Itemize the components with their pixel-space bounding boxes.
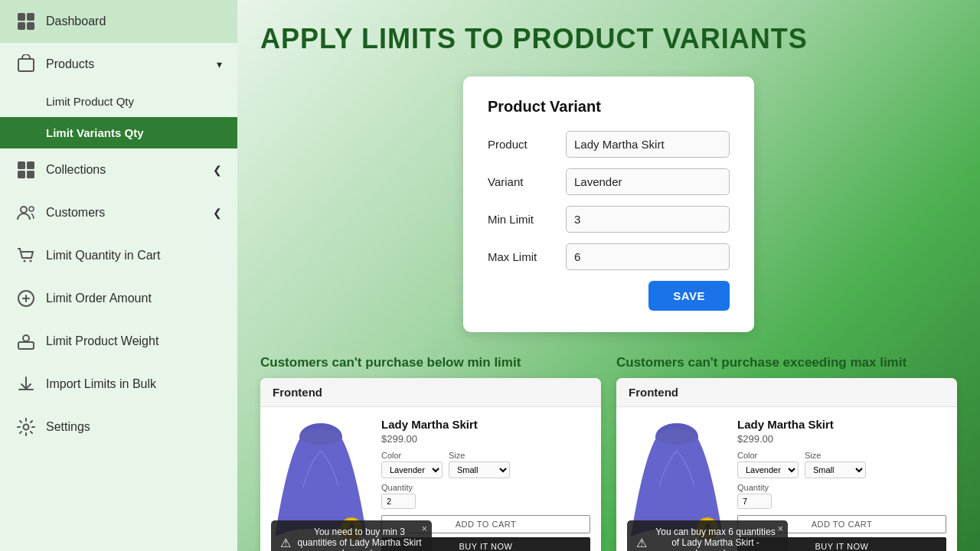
max-size-select[interactable]: Small — [805, 461, 866, 478]
variant-form-row: Variant — [488, 168, 730, 195]
svg-point-20 — [655, 429, 698, 445]
sidebar-item-customers[interactable]: Customers ❮ — [0, 191, 237, 234]
sidebar-item-limit-order-amount[interactable]: Limit Order Amount — [0, 277, 237, 320]
max-toast-message: ⚠ You can buy max 6 quantities of Lady M… — [627, 520, 788, 551]
sidebar-item-collections[interactable]: Collections ❮ — [0, 148, 237, 191]
sidebar-item-limit-product-weight-label: Limit Product Weight — [46, 334, 222, 348]
svg-rect-3 — [27, 22, 34, 30]
min-color-label: Color — [381, 451, 443, 460]
products-chevron: ▾ — [217, 58, 222, 70]
min-product-price: $299.00 — [381, 433, 590, 445]
max-limit-demo-title: Customers can't purchase exceeding max l… — [616, 355, 957, 370]
sidebar-item-settings[interactable]: Settings — [0, 406, 237, 448]
product-label: Product — [488, 138, 557, 151]
sidebar-item-limit-product-weight[interactable]: Limit Product Weight — [0, 320, 237, 363]
sidebar-item-limit-quantity-cart-label: Limit Quantity in Cart — [46, 249, 222, 262]
card-heading: Product Variant — [488, 98, 730, 116]
max-qty-input[interactable] — [737, 494, 772, 509]
svg-rect-1 — [27, 13, 34, 21]
min-limit-input[interactable] — [566, 206, 730, 233]
max-toast-close[interactable]: × — [777, 523, 783, 534]
min-qty-label: Quantity — [381, 483, 590, 492]
min-size-select[interactable]: Small — [449, 461, 510, 478]
save-button[interactable]: SAVE — [648, 281, 730, 311]
min-toast-warn-icon: ⚠ — [280, 536, 291, 550]
min-qty-input[interactable] — [381, 494, 416, 509]
max-toast-warn-icon: ⚠ — [636, 536, 647, 550]
svg-point-10 — [29, 207, 34, 211]
sidebar-item-limit-order-amount-label: Limit Order Amount — [46, 292, 222, 305]
svg-point-9 — [21, 207, 27, 213]
svg-point-18 — [299, 429, 342, 445]
svg-point-11 — [24, 260, 26, 262]
max-size-label: Size — [805, 451, 866, 460]
sidebar-item-customers-label: Customers — [46, 206, 204, 220]
max-selects-row: Color Lavender Size Small — [737, 451, 946, 478]
svg-rect-0 — [18, 13, 25, 21]
dashboard-icon — [15, 11, 37, 32]
sidebar-item-collections-label: Collections — [46, 163, 204, 177]
max-color-label: Color — [737, 451, 799, 460]
sidebar-item-dashboard-label: Dashboard — [46, 15, 222, 28]
sidebar-sub-limit-product-qty[interactable]: Limit Product Qty — [0, 86, 237, 117]
min-color-select[interactable]: Lavender — [381, 461, 443, 478]
svg-point-12 — [30, 260, 32, 262]
min-limit-demo-title: Customers can't purchase below min limit — [260, 355, 601, 370]
max-limit-demo-col: Customers can't purchase exceeding max l… — [616, 355, 957, 551]
sidebar-item-dashboard[interactable]: Dashboard — [0, 0, 237, 43]
sidebar-item-import-limits-bulk[interactable]: Import Limits in Bulk — [0, 363, 237, 406]
min-limit-frontend-body: ⚠ Lady Martha Skirt $299.00 Color Lavend… — [260, 407, 601, 551]
min-product-name: Lady Martha Skirt — [381, 418, 590, 431]
collections-icon — [15, 159, 37, 181]
customers-icon — [15, 202, 37, 223]
sidebar-item-products[interactable]: Products ▾ — [0, 43, 237, 86]
min-limit-frontend-card: Frontend ⚠ Lady Martha Skirt — [260, 378, 601, 551]
collections-chevron: ❮ — [213, 164, 222, 176]
product-variant-card: Product Variant Product Variant Min Limi… — [463, 77, 754, 332]
min-limit-frontend-header: Frontend — [260, 378, 601, 407]
main-content: APPLY LIMITS TO PRODUCT VARIANTS Product… — [237, 0, 980, 551]
svg-rect-15 — [18, 342, 34, 349]
sidebar-item-import-limits-bulk-label: Import Limits in Bulk — [46, 377, 222, 391]
max-limit-frontend-body: ⚠ Lady Martha Skirt $299.00 Color Lavend… — [616, 407, 957, 551]
sidebar: Dashboard Products ▾ Limit Product Qty L… — [0, 0, 237, 551]
svg-point-14 — [23, 335, 29, 341]
sidebar-sub-limit-variants-qty[interactable]: Limit Variants Qty — [0, 117, 237, 148]
order-icon — [15, 288, 37, 309]
max-limit-input[interactable] — [566, 243, 730, 270]
min-toast-message: ⚠ You need to buy min 3 quantities of La… — [271, 520, 432, 551]
max-toast-text: You can buy max 6 quantities of Lady Mar… — [652, 527, 779, 551]
max-limit-frontend-header: Frontend — [616, 378, 957, 407]
max-qty-label: Quantity — [737, 483, 946, 492]
import-icon — [15, 373, 37, 395]
page-title: APPLY LIMITS TO PRODUCT VARIANTS — [260, 23, 957, 55]
svg-rect-2 — [18, 22, 25, 30]
demo-section: Customers can't purchase below min limit… — [260, 355, 957, 551]
variant-label: Variant — [488, 175, 557, 188]
max-limit-frontend-card: Frontend ⚠ Lady Martha Skirt — [616, 378, 957, 551]
svg-rect-7 — [18, 171, 25, 178]
customers-chevron: ❮ — [213, 207, 222, 219]
min-limit-demo-col: Customers can't purchase below min limit… — [260, 355, 601, 551]
min-toast-close[interactable]: × — [421, 523, 427, 534]
product-form-row: Product — [488, 131, 730, 158]
svg-rect-8 — [27, 171, 34, 178]
product-input[interactable] — [566, 131, 730, 158]
variant-input[interactable] — [566, 168, 730, 195]
sidebar-item-settings-label: Settings — [46, 420, 222, 434]
svg-rect-6 — [27, 161, 34, 169]
svg-rect-4 — [18, 59, 34, 71]
max-limit-label: Max Limit — [488, 250, 557, 263]
min-toast-text: You need to buy min 3 quantities of Lady… — [296, 527, 423, 551]
max-product-name: Lady Martha Skirt — [737, 418, 946, 431]
cart-icon — [15, 245, 37, 266]
svg-point-16 — [24, 425, 29, 430]
min-limit-label: Min Limit — [488, 213, 557, 226]
max-limit-form-row: Max Limit — [488, 243, 730, 270]
sidebar-item-products-label: Products — [46, 57, 207, 71]
min-size-label: Size — [449, 451, 510, 460]
sidebar-item-limit-quantity-cart[interactable]: Limit Quantity in Cart — [0, 234, 237, 277]
settings-icon — [15, 416, 37, 438]
weight-icon — [15, 331, 37, 352]
max-color-select[interactable]: Lavender — [737, 461, 799, 478]
